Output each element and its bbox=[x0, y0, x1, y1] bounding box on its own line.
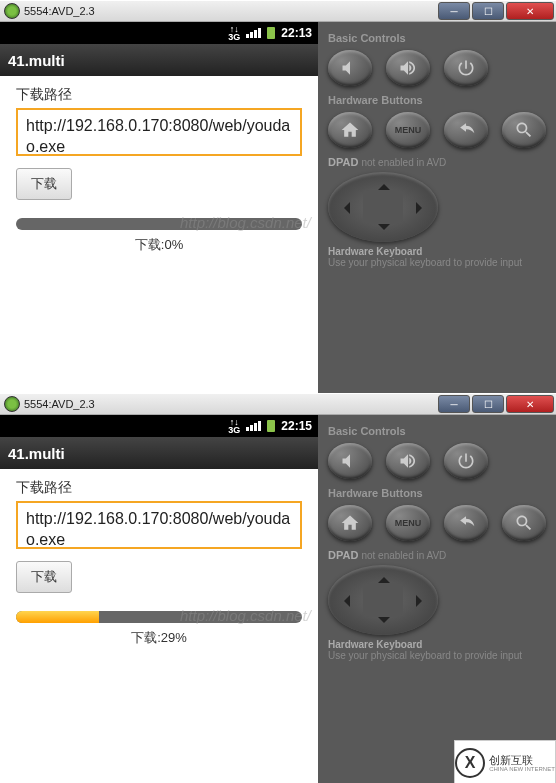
url-input[interactable] bbox=[16, 108, 302, 156]
dpad-right-icon[interactable] bbox=[416, 202, 428, 214]
dpad-down-icon[interactable] bbox=[378, 617, 390, 629]
logo-sub: CHINA NEW INTERNET bbox=[489, 766, 555, 772]
progress-bar bbox=[16, 611, 302, 623]
signal-icon bbox=[246, 28, 261, 38]
device-screen: ↑↓3G 22:15 41.multi 下载路径 下载 下载:29% http:… bbox=[0, 415, 318, 783]
dpad-left-icon[interactable] bbox=[338, 202, 350, 214]
volume-up-button[interactable] bbox=[386, 443, 430, 479]
app-title: 41.multi bbox=[0, 44, 318, 76]
emulator-window-2: 5554:AVD_2.3 ─ ☐ ✕ ↑↓3G 22:15 41.multi 下… bbox=[0, 393, 556, 783]
device-screen: ↑↓3G 22:13 41.multi 下载路径 下载 下载:0% http:/… bbox=[0, 22, 318, 393]
home-button[interactable] bbox=[328, 505, 372, 541]
window-controls: ─ ☐ ✕ bbox=[436, 395, 554, 413]
close-button[interactable]: ✕ bbox=[506, 395, 554, 413]
dpad-label: DPAD bbox=[328, 549, 358, 561]
battery-icon bbox=[267, 420, 275, 432]
hardware-keyboard-label: Hardware Keyboard bbox=[328, 639, 546, 650]
basic-controls-label: Basic Controls bbox=[328, 32, 546, 44]
progress-text: 下载:0% bbox=[16, 236, 302, 254]
progress-text: 下载:29% bbox=[16, 629, 302, 647]
emulator-side-panel: Basic Controls Hardware Buttons MENU DPA… bbox=[318, 415, 556, 783]
volume-down-button[interactable] bbox=[328, 443, 372, 479]
corner-logo: X 创新互联 CHINA NEW INTERNET bbox=[454, 740, 556, 783]
dpad-up-icon[interactable] bbox=[378, 178, 390, 190]
window-title: 5554:AVD_2.3 bbox=[24, 5, 436, 17]
dpad-control[interactable] bbox=[328, 172, 438, 242]
clock: 22:13 bbox=[281, 26, 312, 40]
hardware-buttons-label: Hardware Buttons bbox=[328, 487, 546, 499]
window-titlebar[interactable]: 5554:AVD_2.3 ─ ☐ ✕ bbox=[0, 0, 556, 22]
window-controls: ─ ☐ ✕ bbox=[436, 2, 554, 20]
progress-fill bbox=[16, 611, 99, 623]
android-icon bbox=[4, 3, 20, 19]
search-button[interactable] bbox=[502, 112, 546, 148]
dpad-up-icon[interactable] bbox=[378, 571, 390, 583]
network-3g-icon: ↑↓3G bbox=[228, 418, 240, 434]
window-titlebar[interactable]: 5554:AVD_2.3 ─ ☐ ✕ bbox=[0, 393, 556, 415]
back-button[interactable] bbox=[444, 505, 488, 541]
app-title: 41.multi bbox=[0, 437, 318, 469]
volume-down-button[interactable] bbox=[328, 50, 372, 86]
download-path-label: 下载路径 bbox=[16, 86, 302, 104]
window-title: 5554:AVD_2.3 bbox=[24, 398, 436, 410]
dpad-left-icon[interactable] bbox=[338, 595, 350, 607]
search-button[interactable] bbox=[502, 505, 546, 541]
download-button[interactable]: 下载 bbox=[16, 168, 72, 200]
clock: 22:15 bbox=[281, 419, 312, 433]
minimize-button[interactable]: ─ bbox=[438, 395, 470, 413]
maximize-button[interactable]: ☐ bbox=[472, 395, 504, 413]
menu-button[interactable]: MENU bbox=[386, 112, 430, 148]
maximize-button[interactable]: ☐ bbox=[472, 2, 504, 20]
signal-icon bbox=[246, 421, 261, 431]
progress-bar bbox=[16, 218, 302, 230]
back-button[interactable] bbox=[444, 112, 488, 148]
hardware-keyboard-note: Use your physical keyboard to provide in… bbox=[328, 650, 546, 661]
home-button[interactable] bbox=[328, 112, 372, 148]
emulator-window-1: 5554:AVD_2.3 ─ ☐ ✕ ↑↓3G 22:13 41.multi 下… bbox=[0, 0, 556, 393]
dpad-down-icon[interactable] bbox=[378, 224, 390, 236]
dpad-right-icon[interactable] bbox=[416, 595, 428, 607]
logo-x-icon: X bbox=[455, 748, 485, 778]
url-input[interactable] bbox=[16, 501, 302, 549]
dpad-note: not enabled in AVD bbox=[361, 550, 446, 561]
hardware-keyboard-note: Use your physical keyboard to provide in… bbox=[328, 257, 546, 268]
logo-brand: 创新互联 bbox=[489, 755, 555, 766]
network-3g-icon: ↑↓3G bbox=[228, 25, 240, 41]
android-icon bbox=[4, 396, 20, 412]
battery-icon bbox=[267, 27, 275, 39]
power-button[interactable] bbox=[444, 50, 488, 86]
minimize-button[interactable]: ─ bbox=[438, 2, 470, 20]
dpad-label: DPAD bbox=[328, 156, 358, 168]
volume-up-button[interactable] bbox=[386, 50, 430, 86]
android-status-bar: ↑↓3G 22:13 bbox=[0, 22, 318, 44]
emulator-side-panel: Basic Controls Hardware Buttons MENU DPA… bbox=[318, 22, 556, 393]
download-button[interactable]: 下载 bbox=[16, 561, 72, 593]
menu-button[interactable]: MENU bbox=[386, 505, 430, 541]
hardware-buttons-label: Hardware Buttons bbox=[328, 94, 546, 106]
dpad-note: not enabled in AVD bbox=[361, 157, 446, 168]
android-status-bar: ↑↓3G 22:15 bbox=[0, 415, 318, 437]
dpad-control[interactable] bbox=[328, 565, 438, 635]
close-button[interactable]: ✕ bbox=[506, 2, 554, 20]
basic-controls-label: Basic Controls bbox=[328, 425, 546, 437]
hardware-keyboard-label: Hardware Keyboard bbox=[328, 246, 546, 257]
power-button[interactable] bbox=[444, 443, 488, 479]
download-path-label: 下载路径 bbox=[16, 479, 302, 497]
